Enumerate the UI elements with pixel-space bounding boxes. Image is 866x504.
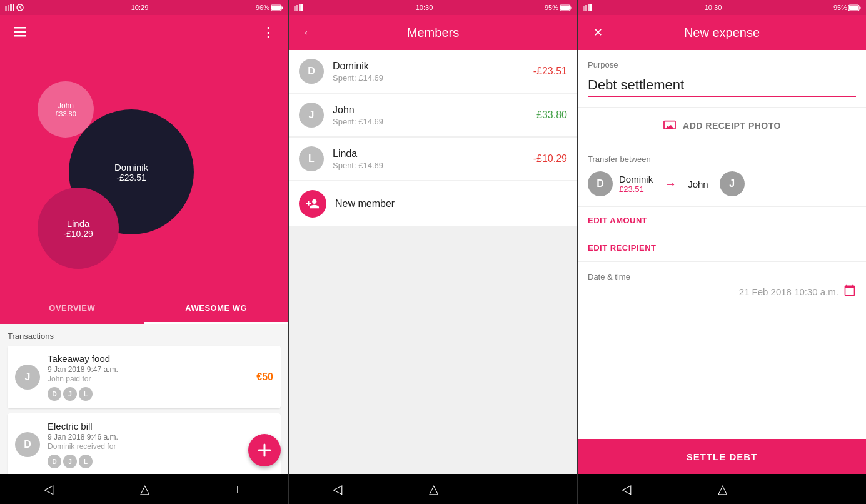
member-name-linda: Linda bbox=[333, 148, 525, 159]
transaction-date-1: 9 Jan 2018 9:47 a.m. bbox=[48, 365, 249, 374]
members-list: D Dominik Spent: £14.69 -£23.51 J John S… bbox=[289, 50, 577, 474]
fab-add-button[interactable] bbox=[248, 434, 281, 466]
member-name-john: John bbox=[333, 104, 528, 116]
svg-rect-16 bbox=[301, 4, 303, 11]
status-bar-3: 10:30 95% bbox=[578, 0, 866, 15]
transaction-title-2: Electric bill bbox=[48, 421, 254, 431]
status-time-3: 10:30 bbox=[705, 4, 722, 11]
member-balance-linda: -£10.29 bbox=[533, 153, 567, 164]
svg-rect-20 bbox=[583, 6, 585, 11]
status-right-icons-1: 96% bbox=[256, 4, 283, 11]
svg-rect-0 bbox=[5, 6, 7, 11]
close-icon[interactable]: ✕ bbox=[588, 26, 608, 39]
svg-rect-10 bbox=[14, 35, 26, 37]
transaction-info-1: Takeaway food 9 Jan 2018 9:47 a.m. John … bbox=[48, 353, 249, 401]
receipt-section: ADD RECEIPT PHOTO bbox=[578, 108, 866, 144]
svg-rect-21 bbox=[585, 5, 587, 11]
mini-avatar-j2: J bbox=[63, 455, 77, 468]
app-bar-1: ⋮ bbox=[0, 15, 288, 50]
panel-new-expense: 10:30 95% ✕ New expense Purpose ADD R bbox=[578, 0, 866, 504]
purpose-input[interactable] bbox=[588, 74, 856, 97]
transfer-arrow-icon: → bbox=[664, 177, 677, 191]
transactions-section: Transactions J Takeaway food 9 Jan 2018 … bbox=[0, 324, 288, 474]
transfer-section: Transfer between D Dominik £23.51 → John… bbox=[578, 144, 866, 207]
nav-home-icon-1[interactable]: △ bbox=[140, 481, 149, 496]
transaction-title-1: Takeaway food bbox=[48, 353, 249, 364]
mini-avatar-j: J bbox=[63, 387, 77, 401]
tab-overview[interactable]: OVERVIEW bbox=[0, 294, 144, 324]
member-info-linda: Linda Spent: £14.69 bbox=[333, 148, 525, 170]
tab-awesome-wg[interactable]: AWESOME WG bbox=[144, 294, 289, 324]
member-item-john[interactable]: J John Spent: £14.69 £33.80 bbox=[289, 94, 577, 136]
new-member-item[interactable]: New member bbox=[289, 181, 577, 226]
transaction-item-2[interactable]: D Electric bill 9 Jan 2018 9:46 a.m. Dom… bbox=[8, 413, 281, 474]
member-name-dominik: Dominik bbox=[333, 61, 525, 72]
member-info-john: John Spent: £14.69 bbox=[333, 104, 528, 126]
bubble-linda: Linda -£10.29 bbox=[38, 188, 119, 269]
transfer-row: D Dominik £23.51 → John J bbox=[588, 171, 856, 196]
svg-rect-2 bbox=[10, 4, 12, 11]
status-battery-3: 95% bbox=[833, 4, 847, 11]
member-spent-john: Spent: £14.69 bbox=[333, 117, 528, 126]
status-battery-1: 96% bbox=[256, 4, 269, 11]
calendar-icon[interactable] bbox=[843, 284, 856, 300]
receipt-label: ADD RECEIPT PHOTO bbox=[683, 121, 781, 131]
nav-home-icon-3[interactable]: △ bbox=[718, 481, 727, 496]
svg-rect-22 bbox=[588, 4, 590, 11]
status-bar-2: 10:30 95% bbox=[289, 0, 577, 15]
edit-recipient-button[interactable]: EDIT RECIPIENT bbox=[578, 234, 866, 262]
svg-rect-1 bbox=[8, 5, 9, 11]
svg-rect-18 bbox=[560, 6, 570, 10]
new-member-label: New member bbox=[335, 198, 395, 209]
overflow-menu-icon[interactable]: ⋮ bbox=[258, 24, 278, 41]
member-item-linda[interactable]: L Linda Spent: £14.69 -£10.29 bbox=[289, 138, 577, 180]
status-left-icons bbox=[5, 4, 24, 11]
transactions-wrapper: Transactions J Takeaway food 9 Jan 2018 … bbox=[0, 324, 288, 474]
receipt-photo-icon bbox=[663, 118, 677, 134]
svg-rect-7 bbox=[282, 6, 283, 9]
svg-rect-26 bbox=[860, 6, 861, 9]
edit-amount-button[interactable]: EDIT AMOUNT bbox=[578, 207, 866, 234]
transfer-label: Transfer between bbox=[588, 154, 856, 164]
settle-debt-button[interactable]: SETTLE DEBT bbox=[578, 439, 866, 474]
receipt-row[interactable]: ADD RECEIPT PHOTO bbox=[588, 110, 856, 141]
transaction-paidby-1: John paid for bbox=[48, 375, 249, 383]
member-item-dominik[interactable]: D Dominik Spent: £14.69 -£23.51 bbox=[289, 50, 577, 93]
avatar-john: J bbox=[299, 103, 324, 128]
svg-rect-15 bbox=[299, 4, 301, 11]
back-icon-2[interactable]: ← bbox=[299, 24, 319, 41]
transfer-from-person: Dominik £23.51 bbox=[619, 174, 653, 194]
status-right-2: 95% bbox=[545, 4, 572, 11]
status-left-3 bbox=[583, 4, 593, 11]
date-row: 21 Feb 2018 10:30 a.m. bbox=[588, 284, 856, 300]
nav-back-icon-2[interactable]: ◁ bbox=[333, 481, 342, 496]
svg-rect-9 bbox=[14, 31, 26, 33]
date-label: Date & time bbox=[588, 272, 856, 281]
member-balance-john: £33.80 bbox=[536, 109, 567, 121]
nav-bar-1: ◁ △ □ bbox=[0, 474, 288, 504]
hamburger-icon[interactable] bbox=[10, 24, 30, 41]
nav-back-icon-3[interactable]: ◁ bbox=[622, 481, 631, 496]
nav-home-icon-2[interactable]: △ bbox=[429, 481, 438, 496]
nav-back-icon-1[interactable]: ◁ bbox=[44, 481, 53, 496]
nav-recent-icon-3[interactable]: □ bbox=[815, 482, 822, 496]
transaction-info-2: Electric bill 9 Jan 2018 9:46 a.m. Domin… bbox=[48, 421, 254, 468]
status-left-2 bbox=[294, 4, 304, 11]
avatar-linda: L bbox=[299, 146, 324, 171]
mini-avatars-2: D J L bbox=[48, 455, 254, 468]
status-time-2: 10:30 bbox=[416, 4, 433, 11]
nav-recent-icon-1[interactable]: □ bbox=[237, 482, 244, 496]
nav-recent-icon-2[interactable]: □ bbox=[526, 482, 533, 496]
panel-members: 10:30 95% ← Members D Dominik Spent: £14… bbox=[289, 0, 578, 504]
svg-rect-25 bbox=[849, 6, 858, 10]
mini-avatar-l: L bbox=[79, 387, 93, 401]
hero-chart: John £33.80 Dominik -£23.51 Linda -£10.2… bbox=[0, 50, 288, 294]
transaction-item-1[interactable]: J Takeaway food 9 Jan 2018 9:47 a.m. Joh… bbox=[8, 346, 281, 408]
app-bar-3: ✕ New expense bbox=[578, 15, 866, 50]
avatar-d-1: D bbox=[15, 432, 40, 457]
date-value: 21 Feb 2018 10:30 a.m. bbox=[739, 286, 838, 297]
mini-avatar-l2: L bbox=[79, 455, 93, 468]
status-right-3: 95% bbox=[833, 4, 861, 11]
new-expense-title: New expense bbox=[608, 26, 836, 40]
mini-avatar-d: D bbox=[48, 387, 61, 401]
